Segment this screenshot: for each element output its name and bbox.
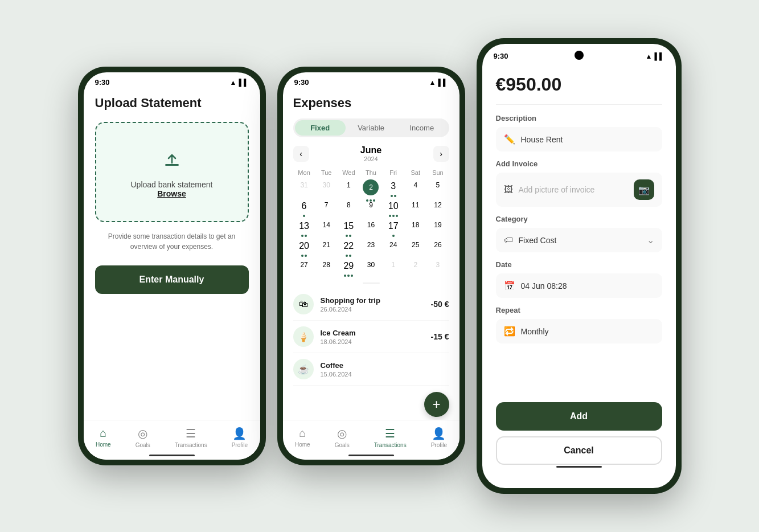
nav-goals-1[interactable]: ◎ Goals <box>136 427 150 448</box>
invoice-placeholder: Add picture of invoice <box>519 185 628 194</box>
nav-transactions-1[interactable]: ☰ Transactions <box>175 427 207 448</box>
page-title-1: Upload Statement <box>95 89 249 122</box>
cal-day-today[interactable]: 2 <box>360 178 382 198</box>
nav-profile-label-2: Profile <box>431 442 447 448</box>
cal-day[interactable]: 9 <box>360 198 382 218</box>
date-section: Date 📅 04 Jun 08:28 <box>496 260 662 298</box>
nav-home-2[interactable]: ⌂ Home <box>295 427 310 448</box>
trans-date-coffee: 15.06.2024 <box>321 371 449 378</box>
signal-icon-2: ▌▌ <box>438 79 448 87</box>
cal-day[interactable]: 2 <box>404 258 426 278</box>
bottom-nav-2: ⌂ Home ◎ Goals ☰ Transactions 👤 Profile <box>283 420 459 460</box>
edit-icon: ✏️ <box>504 134 515 145</box>
svg-rect-0 <box>165 164 179 166</box>
cal-day[interactable]: 30 <box>360 258 382 278</box>
cal-day[interactable]: 22 <box>338 238 360 258</box>
nav-goals-2[interactable]: ◎ Goals <box>335 427 350 448</box>
cal-day[interactable]: 19 <box>426 218 449 238</box>
invoice-field[interactable]: 🖼 Add picture of invoice 📷 <box>496 173 662 207</box>
enter-manually-button[interactable]: Enter Manually <box>95 265 249 294</box>
cal-day[interactable]: 25 <box>404 238 426 258</box>
nav-transactions-2[interactable]: ☰ Transactions <box>374 427 407 448</box>
nav-home-1[interactable]: ⌂ Home <box>96 427 111 448</box>
repeat-section: Repeat 🔁 Monthly <box>496 306 662 343</box>
add-button[interactable]: Add <box>496 402 662 431</box>
goals-icon-1: ◎ <box>138 427 147 440</box>
cal-day[interactable]: 8 <box>338 198 360 218</box>
nav-profile-label-1: Profile <box>232 442 248 448</box>
cal-day[interactable]: 5 <box>426 178 449 198</box>
nav-goals-label-1: Goals <box>136 442 150 448</box>
transactions-icon-2: ☰ <box>385 427 395 440</box>
description-label: Description <box>496 114 662 122</box>
cal-day[interactable]: 16 <box>360 218 382 238</box>
cal-prev-btn[interactable]: ‹ <box>293 146 309 162</box>
cal-day[interactable]: 14 <box>315 218 338 238</box>
cal-day[interactable]: 12 <box>426 198 449 218</box>
nav-profile-2[interactable]: 👤 Profile <box>431 427 447 448</box>
cal-day[interactable]: 24 <box>382 238 404 258</box>
cal-day[interactable]: 30 <box>315 178 338 198</box>
profile-icon-1: 👤 <box>232 427 247 440</box>
home-icon-1: ⌂ <box>100 427 106 440</box>
transaction-coffee[interactable]: ☕ Coffee 15.06.2024 <box>293 353 449 386</box>
wifi-icon-2: ▲ <box>429 79 436 87</box>
add-expense-fab[interactable]: + <box>424 392 449 417</box>
cal-day[interactable]: 27 <box>293 258 315 278</box>
cal-day[interactable]: 28 <box>315 258 338 278</box>
cal-day[interactable]: 1 <box>338 178 360 198</box>
upload-zone[interactable]: Upload bank statement Browse <box>95 122 249 222</box>
cal-day[interactable]: 18 <box>404 218 426 238</box>
tab-variable[interactable]: Variable <box>346 120 396 136</box>
cal-year: 2024 <box>360 155 381 162</box>
trans-name-coffee: Coffee <box>321 361 449 370</box>
tab-income[interactable]: Income <box>396 120 447 136</box>
status-time-1: 9:30 <box>95 78 110 87</box>
cal-day[interactable]: 21 <box>315 238 338 258</box>
cal-day[interactable]: 10 <box>382 198 404 218</box>
cancel-button[interactable]: Cancel <box>496 436 662 465</box>
shopping-icon: 🛍 <box>293 294 314 314</box>
expenses-tab-bar: Fixed Variable Income <box>293 118 449 137</box>
goals-icon-2: ◎ <box>337 427 347 440</box>
description-field[interactable]: ✏️ House Rent <box>496 127 662 152</box>
cal-next-btn[interactable]: › <box>433 146 449 162</box>
cal-day[interactable]: 3 <box>426 258 449 278</box>
cal-day[interactable]: 29 <box>338 258 360 278</box>
cal-day[interactable]: 23 <box>360 238 382 258</box>
cal-day[interactable]: 6 <box>293 198 315 218</box>
cal-month: June <box>360 145 381 155</box>
cal-divider <box>363 283 380 284</box>
browse-link[interactable]: Browse <box>157 189 186 198</box>
status-time-2: 9:30 <box>294 78 309 87</box>
cal-day[interactable]: 20 <box>293 238 315 258</box>
cal-day[interactable]: 31 <box>293 178 315 198</box>
coffee-icon: ☕ <box>293 359 314 379</box>
cal-day[interactable]: 7 <box>315 198 338 218</box>
date-field[interactable]: 📅 04 Jun 08:28 <box>496 273 662 298</box>
cal-day[interactable]: 15 <box>338 218 360 238</box>
transaction-icecream[interactable]: 🍦 Ice Cream 18.06.2024 -15 € <box>293 321 449 353</box>
expenses-title: Expenses <box>293 89 449 118</box>
cal-day[interactable]: 11 <box>404 198 426 218</box>
nav-profile-1[interactable]: 👤 Profile <box>232 427 248 448</box>
cal-day[interactable]: 4 <box>404 178 426 198</box>
tab-fixed[interactable]: Fixed <box>295 120 346 136</box>
cal-day[interactable]: 3 <box>382 178 404 198</box>
upload-icon <box>158 146 186 173</box>
cal-day[interactable]: 13 <box>293 218 315 238</box>
trans-date-icecream: 18.06.2024 <box>321 338 431 345</box>
home-bar-2 <box>348 455 394 456</box>
cal-day[interactable]: 1 <box>382 258 404 278</box>
cal-day[interactable]: 26 <box>426 238 449 258</box>
signal-icon-3: ▌▌ <box>654 52 664 60</box>
bottom-nav-1: ⌂ Home ◎ Goals ☰ Transactions 👤 Profile <box>84 420 260 460</box>
cal-day[interactable]: 17 <box>382 218 404 238</box>
transaction-shopping[interactable]: 🛍 Shopping for trip 26.06.2024 -50 € <box>293 288 449 321</box>
category-field[interactable]: 🏷 Fixed Cost ⌄ <box>496 228 662 252</box>
nav-home-label-1: Home <box>96 441 111 448</box>
camera-button[interactable]: 📷 <box>634 179 654 200</box>
description-value: House Rent <box>521 135 654 144</box>
repeat-field[interactable]: 🔁 Monthly <box>496 319 662 343</box>
date-label: Date <box>496 260 662 269</box>
